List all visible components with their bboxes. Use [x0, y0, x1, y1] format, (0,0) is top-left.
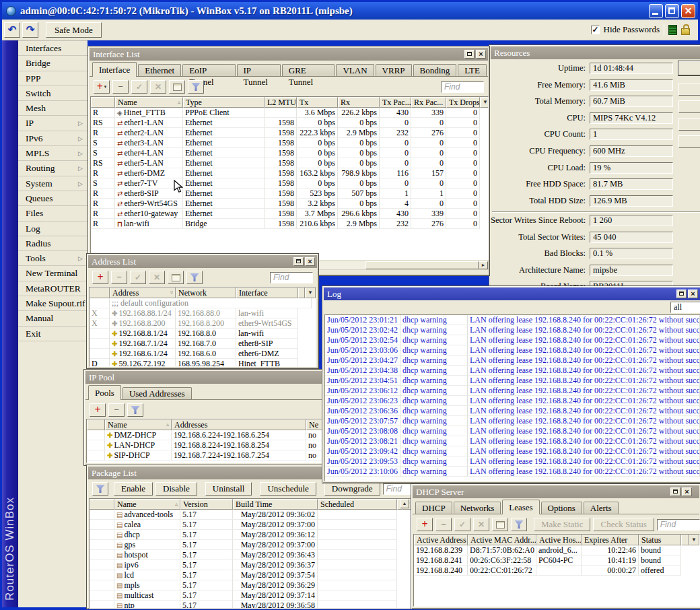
add-button[interactable]: +▾: [94, 80, 110, 94]
column-header-build-time[interactable]: Build Time: [233, 499, 318, 510]
disable-button[interactable]: ✕: [150, 80, 166, 94]
tab-vlan[interactable]: VLAN: [336, 64, 374, 76]
tab-dhcp[interactable]: DHCP: [415, 502, 452, 514]
table-row[interactable]: 192.168.8.239D8:71:57:0B:62:A0android_6.…: [414, 545, 699, 555]
maximize-icon[interactable]: [464, 50, 475, 59]
filter-button[interactable]: [188, 80, 204, 94]
tab-ip-tunnel[interactable]: IP Tunnel: [237, 64, 281, 76]
disable-button[interactable]: ✕: [149, 271, 165, 284]
redo-button[interactable]: ↷: [22, 22, 38, 38]
hide-passwords-checkbox[interactable]: ✓: [591, 26, 600, 34]
column-select-icon[interactable]: ▼: [305, 287, 316, 298]
log-row[interactable]: Jun/05/2012 23:10:06dhcp warningLAN offe…: [325, 467, 700, 477]
tab-pools[interactable]: Pools: [88, 385, 121, 400]
column-header-tx-drops[interactable]: Tx Drops: [446, 97, 480, 108]
table-row[interactable]: D✚59.126.72.192168.95.98.254Hinet_FTTB: [90, 359, 316, 367]
sidebar-item-ip[interactable]: IP▷: [18, 116, 88, 131]
table-row[interactable]: 192.168.8.24000:22:CC:01:26:7200:00:27of…: [414, 566, 699, 576]
sidebar-item-exit[interactable]: Exit: [18, 327, 88, 341]
sidebar-item-ppp[interactable]: PPP: [18, 71, 88, 86]
log-row[interactable]: Jun/05/2012 23:09:42dhcp warningLAN offe…: [325, 446, 700, 456]
column-header-select[interactable]: [90, 287, 110, 298]
tab-bonding[interactable]: Bonding: [413, 64, 457, 76]
column-header-tx[interactable]: Tx: [297, 97, 338, 108]
table-row[interactable]: R⇄ether9-Wrt54GSEthernet15983.2 kbps0 bp…: [91, 199, 488, 209]
column-header-expires-after[interactable]: Expires After: [582, 535, 639, 545]
log-row[interactable]: Jun/05/2012 23:06:36dhcp warningLAN offe…: [325, 406, 700, 416]
find-input[interactable]: [441, 81, 484, 93]
log-filter-select[interactable]: all: [670, 302, 700, 313]
log-row[interactable]: Jun/05/2012 23:08:08dhcp warningLAN offe…: [325, 426, 700, 436]
table-row[interactable]: ✚SIP-DHCP192.168.7.224-192.168.7.254no: [87, 450, 324, 461]
table-row[interactable]: ▤hotspot5.17May/28/2012 09:36:43: [90, 550, 411, 560]
enable-button[interactable]: ✓: [454, 518, 470, 531]
column-header-rx-pac[interactable]: Rx Pac...: [411, 97, 446, 108]
sidebar-item-switch[interactable]: Switch: [18, 86, 88, 101]
column-header-scheduled[interactable]: Scheduled: [318, 499, 397, 510]
column-header-select[interactable]: [91, 97, 115, 108]
sidebar-item-metarouter[interactable]: MetaROUTER: [18, 281, 88, 296]
table-row[interactable]: ✚DMZ-DHCP192.168.6.224-192.168.6.254no: [87, 430, 324, 440]
enable-button[interactable]: ✓: [130, 271, 146, 284]
log-row[interactable]: Jun/05/2012 23:01:21dhcp warningLAN offe…: [325, 315, 700, 325]
check-status-button[interactable]: Check Status: [593, 518, 654, 531]
resources-side-button[interactable]: [678, 83, 700, 96]
sidebar-item-manual[interactable]: Manual: [18, 311, 88, 326]
table-row[interactable]: ✚192.168.7.1/24192.168.7.0ether8-SIP: [90, 339, 316, 349]
resources-side-button[interactable]: [678, 61, 700, 75]
table-row[interactable]: X✚192.168.8.200192.168.8.200ether9-Wrt54…: [90, 318, 316, 329]
sidebar-item-interfaces[interactable]: Interfaces: [18, 41, 88, 56]
table-row[interactable]: R◈Hinet_FTTBPPPoE Client3.6 Mbps226.2 kb…: [91, 108, 488, 118]
log-row[interactable]: Jun/05/2012 23:02:54dhcp warningLAN offe…: [325, 335, 700, 345]
log-row[interactable]: Jun/05/2012 23:06:12dhcp warningLAN offe…: [325, 386, 700, 396]
filter-button[interactable]: [92, 482, 108, 496]
tab-vrrp[interactable]: VRRP: [376, 64, 412, 76]
column-header-name[interactable]: Name▵: [105, 419, 172, 430]
disable-button[interactable]: Disable: [155, 482, 197, 496]
address-list-titlebar[interactable]: Address List ×: [88, 255, 317, 268]
interface-list-titlebar[interactable]: Interface List ×: [90, 48, 488, 61]
sidebar-item-system[interactable]: System▷: [18, 176, 88, 191]
column-header-tx-pac[interactable]: Tx Pac...: [380, 97, 411, 108]
add-button[interactable]: +: [92, 271, 108, 284]
dhcp-server-titlebar[interactable]: DHCP Server ×: [413, 485, 699, 498]
table-row[interactable]: RS⇄ether1-LANEthernet15980 bps0 bps000: [91, 118, 488, 128]
sidebar-item-ipv6[interactable]: IPv6▷: [18, 131, 88, 146]
undo-button[interactable]: ↶: [4, 22, 20, 38]
enable-button[interactable]: ✓: [131, 80, 147, 94]
column-header-addresses[interactable]: Addresses: [172, 419, 306, 430]
table-row[interactable]: ▤gps5.17May/28/2012 09:37:00: [90, 540, 411, 550]
maximize-icon[interactable]: [670, 487, 680, 496]
add-button[interactable]: +: [90, 403, 106, 417]
downgrade-button[interactable]: Downgrade: [324, 482, 380, 496]
log-row[interactable]: Jun/05/2012 23:06:23dhcp warningLAN offe…: [325, 396, 700, 406]
log-row[interactable]: Jun/05/2012 23:04:27dhcp warningLAN offe…: [325, 355, 700, 366]
tab-alerts[interactable]: Alerts: [584, 502, 619, 514]
window-titlebar[interactable]: admin@00:0C:42:71:50:72 (MikroTik) - Win…: [2, 2, 698, 20]
find-input[interactable]: [657, 519, 700, 531]
remove-button[interactable]: −: [108, 403, 125, 417]
column-header-status[interactable]: Status: [639, 535, 681, 545]
tab-gre-tunnel[interactable]: GRE Tunnel: [282, 64, 335, 76]
uninstall-button[interactable]: Uninstall: [205, 482, 252, 496]
log-row[interactable]: Jun/05/2012 23:03:06dhcp warningLAN offe…: [325, 345, 700, 355]
table-row[interactable]: 192.168.8.24100:26:C6:3F:22:58PC604-PC10…: [414, 555, 699, 566]
table-row[interactable]: ✚192.168.6.1/24192.168.6.0ether6-DMZ: [90, 349, 316, 359]
sidebar-item-bridge[interactable]: Bridge: [18, 56, 88, 71]
table-row[interactable]: ▤dhcp5.17May/28/2012 09:36:12: [90, 530, 411, 540]
column-header-name[interactable]: Name▵: [115, 97, 183, 108]
resources-side-button[interactable]: [678, 100, 700, 113]
sidebar-item-make-supout-rif[interactable]: Make Supout.rif: [18, 296, 88, 311]
comment-button[interactable]: [169, 80, 185, 94]
log-row[interactable]: Jun/05/2012 23:04:51dhcp warningLAN offe…: [325, 376, 700, 386]
column-header-name[interactable]: Name▵: [114, 499, 180, 510]
table-row[interactable]: R⇄ether6-DMZEthernet1598163.2 kbps798.9 …: [91, 168, 488, 178]
sidebar-item-tools[interactable]: Tools▷: [18, 251, 88, 266]
disable-button[interactable]: ✕: [473, 518, 489, 531]
table-row[interactable]: R⇄ether10-gatewayEthernet15983.7 Mbps296…: [91, 209, 488, 219]
tab-eoip-tunnel[interactable]: EoIP Tunnel: [182, 64, 235, 76]
table-row[interactable]: S⇄ether4-LANEthernet15980 bps0 bps000: [91, 148, 488, 158]
remove-button[interactable]: −: [435, 518, 452, 531]
tab-lte[interactable]: LTE: [458, 64, 487, 76]
enable-button[interactable]: Enable: [114, 482, 153, 496]
